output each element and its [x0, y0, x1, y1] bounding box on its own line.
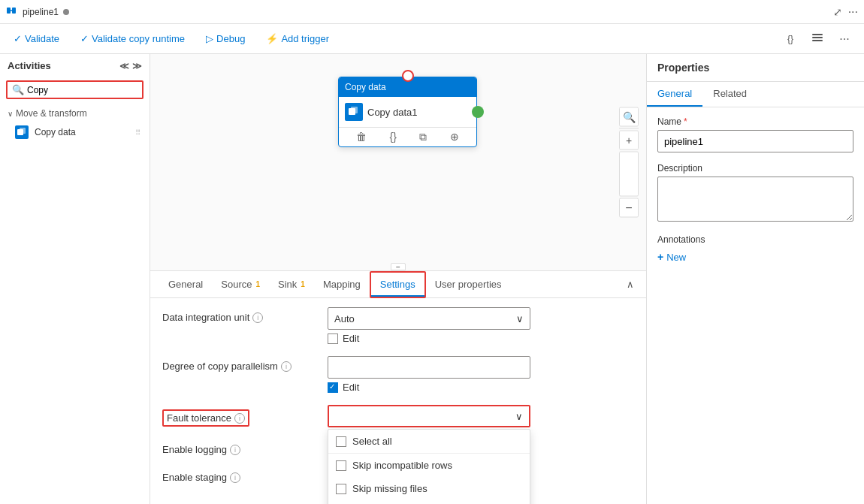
- copy-node-icon[interactable]: ⧉: [419, 131, 427, 143]
- more-horiz-icon: ···: [839, 32, 849, 46]
- fault-tolerance-control: ∨ Select all: [328, 405, 634, 427]
- ft-select-all-checkbox[interactable]: [336, 436, 346, 447]
- activities-title: Activities: [8, 60, 51, 71]
- description-label: Description: [657, 163, 702, 174]
- select-chevron-icon: ∨: [516, 313, 524, 324]
- prop-tab-general[interactable]: General: [647, 82, 702, 107]
- validate-button[interactable]: ✓ Validate: [9, 30, 64, 47]
- ft-item-skip-forbidden[interactable]: Skip forbidden files: [328, 500, 530, 504]
- title-bar: pipeline1 ⤢ ···: [0, 0, 864, 24]
- canvas-area: Copy data Copy data1 🗑 {} ⧉ ⊕: [150, 54, 646, 504]
- name-input[interactable]: [657, 130, 853, 152]
- zoom-slider: [619, 152, 639, 197]
- pipeline-icon: [6, 5, 18, 19]
- parameters-button[interactable]: [807, 29, 828, 50]
- category-move-transform[interactable]: ∨ Move & transform: [0, 105, 150, 122]
- search-box[interactable]: 🔍: [6, 80, 143, 99]
- required-star: *: [684, 116, 687, 127]
- data-integration-edit-checkbox[interactable]: [328, 333, 338, 344]
- debug-button[interactable]: ▷ Debug: [201, 30, 249, 47]
- prop-tab-related[interactable]: Related: [702, 82, 757, 107]
- enable-logging-label: Enable logging: [162, 444, 227, 455]
- data-integration-label: Data integration unit: [162, 312, 249, 323]
- tab-sink[interactable]: Sink1: [269, 271, 314, 298]
- svg-rect-7: [20, 128, 26, 134]
- ft-item-select-all[interactable]: Select all: [328, 430, 530, 453]
- fault-tolerance-wrapper: ∨ Select all: [328, 405, 530, 427]
- svg-rect-4: [812, 37, 823, 38]
- degree-parallelism-edit-checkbox[interactable]: [328, 382, 338, 393]
- fault-tolerance-info-icon[interactable]: i: [234, 413, 245, 424]
- svg-rect-0: [7, 8, 11, 14]
- settings-content: Data integration unit i Auto ∨ Edit: [150, 298, 646, 504]
- tab-settings[interactable]: Settings: [370, 271, 426, 298]
- svg-rect-9: [351, 107, 358, 113]
- collapse-panel-handle[interactable]: −: [391, 263, 406, 270]
- degree-copy-parallelism-row: Degree of copy parallelism i Edit: [162, 356, 634, 393]
- collapse-bottom-panel[interactable]: ∧: [624, 276, 637, 293]
- debug-play-icon: ▷: [206, 33, 213, 44]
- node-connector-top: [402, 70, 414, 82]
- pipeline-canvas[interactable]: Copy data Copy data1 🗑 {} ⧉ ⊕: [150, 54, 646, 270]
- enable-logging-info-icon[interactable]: i: [230, 445, 240, 455]
- data-integration-control: Auto ∨ Edit: [328, 307, 634, 344]
- fault-tolerance-select[interactable]: ∨: [328, 405, 530, 427]
- collapse-left-icon[interactable]: ≪: [119, 61, 129, 71]
- degree-parallelism-info-icon[interactable]: i: [281, 361, 292, 372]
- search-icon: 🔍: [12, 84, 24, 95]
- expand-icon[interactable]: ⤢: [833, 6, 842, 18]
- description-input[interactable]: [657, 177, 853, 222]
- ft-skip-missing-checkbox[interactable]: [336, 484, 346, 494]
- copy-data-label: Copy data: [35, 127, 76, 137]
- enable-staging-info-icon[interactable]: i: [230, 472, 240, 483]
- properties-header: Properties: [647, 54, 864, 82]
- delete-icon[interactable]: 🗑: [356, 131, 367, 143]
- data-integration-select[interactable]: Auto ∨: [328, 307, 530, 330]
- ft-item-skip-missing[interactable]: Skip missing files: [328, 477, 530, 500]
- main-toolbar: ✓ Validate ✓ Validate copy runtime ▷ Deb…: [0, 24, 864, 54]
- validate-copy-button[interactable]: ✓ Validate copy runtime: [76, 30, 189, 47]
- tab-mapping[interactable]: Mapping: [314, 271, 370, 298]
- code-node-icon[interactable]: {}: [390, 131, 397, 143]
- description-field: Description: [657, 163, 853, 224]
- add-dependency-icon[interactable]: ⊕: [450, 131, 459, 143]
- unsaved-indicator: [63, 9, 69, 15]
- node-footer: 🗑 {} ⧉ ⊕: [339, 127, 476, 146]
- ft-item-skip-incompatible[interactable]: Skip incompatible rows: [328, 454, 530, 477]
- node-connector-right: [472, 106, 484, 118]
- search-input[interactable]: [27, 85, 137, 95]
- ft-chevron-icon: ∨: [515, 411, 523, 422]
- add-trigger-button[interactable]: ⚡ Add trigger: [261, 30, 334, 47]
- tab-general[interactable]: General: [159, 271, 212, 298]
- copy-data-node[interactable]: Copy data Copy data1 🗑 {} ⧉ ⊕: [338, 77, 477, 147]
- node-body-label: Copy data1: [367, 107, 418, 118]
- tab-user-properties[interactable]: User properties: [426, 271, 511, 298]
- add-annotation-button[interactable]: + New: [657, 248, 686, 266]
- search-canvas-button[interactable]: 🔍: [619, 107, 639, 127]
- tab-source[interactable]: Source1: [212, 271, 269, 298]
- category-label: Move & transform: [16, 108, 87, 119]
- enable-staging-label: Enable staging: [162, 472, 227, 483]
- drag-handle: ⠿: [135, 128, 140, 137]
- fault-tolerance-row: Fault tolerance i ∨: [162, 405, 634, 427]
- list-item-copy-data[interactable]: Copy data ⠿: [0, 122, 150, 143]
- zoom-in-button[interactable]: +: [619, 131, 639, 150]
- degree-parallelism-edit-label: Edit: [343, 382, 359, 393]
- data-integration-unit-row: Data integration unit i Auto ∨ Edit: [162, 307, 634, 344]
- more-icon[interactable]: ···: [848, 5, 858, 19]
- svg-rect-1: [12, 8, 16, 14]
- data-integration-info-icon[interactable]: i: [252, 312, 263, 323]
- more-options-button[interactable]: ···: [834, 29, 855, 50]
- fault-tolerance-label: Fault tolerance: [167, 412, 231, 424]
- name-field: Name *: [657, 116, 853, 152]
- sidebar: Activities ≪ ≫ 🔍 ∨ Move & transform Copy…: [0, 54, 150, 504]
- collapse-icon[interactable]: ≫: [132, 61, 142, 71]
- copy-data-icon: [15, 125, 29, 139]
- zoom-out-button[interactable]: −: [619, 198, 639, 218]
- canvas-controls: 🔍 + −: [619, 107, 639, 218]
- code-view-button[interactable]: {}: [780, 29, 801, 50]
- ft-skip-incompatible-checkbox[interactable]: [336, 460, 346, 471]
- degree-parallelism-input[interactable]: [328, 356, 530, 379]
- node-body-icon: [345, 103, 363, 121]
- degree-parallelism-label: Degree of copy parallelism: [162, 361, 278, 372]
